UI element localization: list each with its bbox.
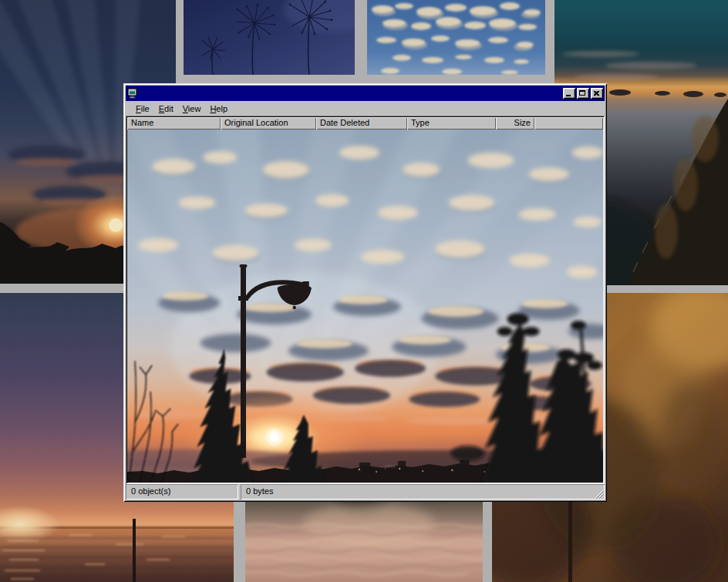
column-header-row: Name Original Location Date Deleted Type… [127,117,603,130]
menu-bar: File Edit View Help [126,101,605,116]
titlebar[interactable] [126,86,605,101]
sunset-streetlamp-photo: pino [127,130,603,483]
status-object-count: 0 object(s) [126,484,238,500]
wallpaper-tile-altocumulus [367,0,545,75]
umbel-flowers-photo [184,0,355,75]
column-header-name[interactable]: Name [127,117,221,130]
close-button[interactable] [591,88,603,99]
column-header-type[interactable]: Type [407,117,496,130]
recycle-bin-window: File Edit View Help Name Original Locati… [123,83,607,502]
column-header-original-location[interactable]: Original Location [221,117,316,130]
menu-edit[interactable]: Edit [154,103,178,114]
maximize-button[interactable] [577,88,589,99]
window-controls [563,88,603,99]
desktop: { "page": { "background_color": "#b0b0b0… [0,0,728,582]
status-bar: 0 object(s) 0 bytes [126,484,605,500]
resize-grip[interactable] [594,489,604,499]
minimize-icon [566,95,571,96]
column-header-date-deleted[interactable]: Date Deleted [316,117,407,130]
close-icon [591,88,603,99]
column-header-size[interactable]: Size [496,117,534,130]
altocumulus-photo [367,0,545,75]
computer-icon [127,88,138,99]
maximize-icon [579,90,585,96]
file-list-view[interactable]: Name Original Location Date Deleted Type… [126,116,605,484]
wallpaper-tile-umbel-flowers [184,0,355,75]
minimize-button[interactable] [563,88,575,99]
column-header-empty[interactable] [534,117,603,130]
status-total-size: 0 bytes [241,484,605,500]
sunset-photo-art: pino [127,130,603,483]
menu-file[interactable]: File [131,103,154,114]
menu-view[interactable]: View [178,103,206,114]
menu-help[interactable]: Help [205,103,232,114]
